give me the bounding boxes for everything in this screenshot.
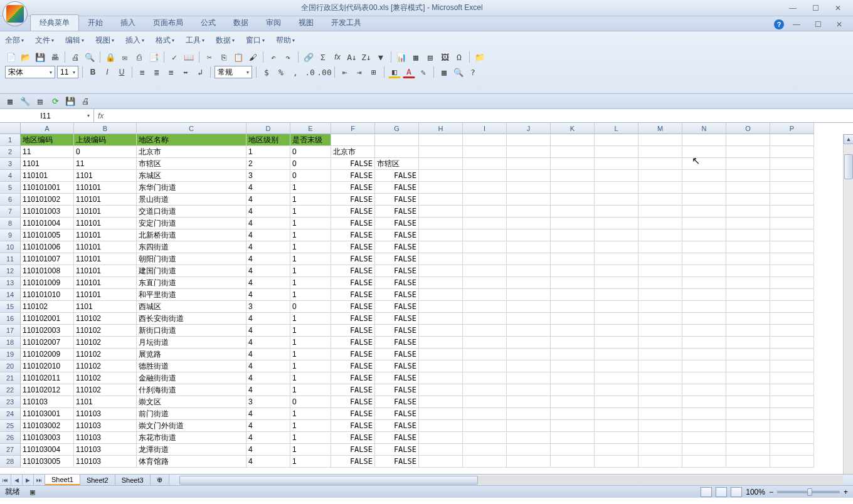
cell[interactable] [463,325,507,337]
cell[interactable]: 110103 [74,456,137,468]
cell[interactable] [726,289,770,301]
help-icon[interactable]: ? [774,19,784,29]
cell[interactable] [638,313,682,325]
cell[interactable] [507,265,551,277]
cell[interactable] [682,396,726,408]
cell[interactable]: 110103 [74,444,137,456]
ribbon-menu-9[interactable]: 帮助▾ [276,35,295,46]
cell[interactable]: FALSE [375,337,419,349]
row-header[interactable]: 10 [0,241,21,253]
cell[interactable] [551,420,595,432]
cell[interactable] [726,277,770,289]
cell[interactable] [507,408,551,420]
font-name-combo[interactable]: 宋体▾ [5,66,55,78]
cell[interactable] [419,170,463,182]
cell[interactable]: FALSE [375,265,419,277]
cell[interactable]: 4 [246,337,290,349]
row-header[interactable]: 17 [0,325,21,337]
align-left-icon[interactable]: ≡ [136,66,149,78]
cell[interactable] [726,229,770,241]
cell[interactable] [419,384,463,396]
cell[interactable] [638,408,682,420]
cell[interactable] [595,241,638,253]
align-center-icon[interactable]: ≣ [151,66,163,78]
cell[interactable] [595,432,638,444]
chart-icon[interactable]: 📊 [395,51,408,63]
cell[interactable] [419,360,463,372]
cell[interactable]: FALSE [331,360,375,372]
cell[interactable]: FALSE [331,301,375,313]
cell[interactable] [463,289,507,301]
conditional-format-icon[interactable]: ▦ [438,66,450,78]
cell[interactable] [770,313,814,325]
cell[interactable] [507,277,551,289]
cell[interactable] [770,360,814,372]
cell[interactable]: FALSE [375,384,419,396]
tab-view[interactable]: 视图 [290,15,322,31]
cell[interactable] [726,158,770,170]
cell[interactable]: 建国门街道 [137,265,246,277]
open-icon[interactable]: 📂 [19,51,32,63]
cell[interactable] [595,194,638,206]
cell[interactable] [419,158,463,170]
cell[interactable] [770,325,814,337]
cell[interactable] [419,301,463,313]
cell[interactable] [507,241,551,253]
cell[interactable]: FALSE [331,372,375,384]
cell[interactable]: FALSE [331,265,375,277]
column-header[interactable]: P [770,123,814,134]
qat-icon-3[interactable]: ▤ [34,95,46,108]
cell[interactable] [770,182,814,194]
cell[interactable]: 4 [246,206,290,218]
cell[interactable] [463,420,507,432]
cell[interactable] [419,444,463,456]
cell[interactable] [551,158,595,170]
cell[interactable]: 什刹海街道 [137,384,246,396]
cell[interactable] [770,289,814,301]
cell[interactable] [595,349,638,360]
cell[interactable]: 110101003 [21,206,74,218]
cell[interactable] [507,146,551,158]
vertical-scrollbar[interactable]: ▲ [843,134,853,474]
cell[interactable]: 4 [246,241,290,253]
cell[interactable]: 110102010 [21,360,74,372]
column-header[interactable]: M [638,123,682,134]
cell[interactable]: 110103003 [21,432,74,444]
table-icon[interactable]: ▤ [424,51,437,63]
filter-icon[interactable]: ▼ [374,51,387,63]
cell[interactable] [682,146,726,158]
cell[interactable]: 110103 [21,396,74,408]
cell[interactable]: 2 [246,158,290,170]
cell[interactable]: FALSE [331,349,375,360]
cell[interactable] [419,313,463,325]
cell[interactable]: FALSE [375,325,419,337]
cell[interactable]: 110101 [74,241,137,253]
cell[interactable] [551,408,595,420]
cell[interactable]: 1 [290,360,331,372]
cell[interactable]: 4 [246,265,290,277]
hscroll-thumb[interactable] [179,476,478,485]
cell[interactable]: 4 [246,218,290,229]
currency-icon[interactable]: $ [260,66,273,78]
cell[interactable] [726,218,770,229]
cell[interactable]: FALSE [375,432,419,444]
function-icon[interactable]: fx [331,51,344,63]
cell[interactable]: 110102007 [21,337,74,349]
cell[interactable] [638,158,682,170]
column-header[interactable]: N [682,123,726,134]
cell[interactable]: 110101005 [21,229,74,241]
fx-icon[interactable]: fx [98,112,103,120]
insert-sheet-button[interactable]: ⊕ [151,475,169,485]
ribbon-menu-7[interactable]: 数据▾ [216,35,235,46]
cell[interactable]: 110101008 [21,265,74,277]
cell[interactable]: FALSE [375,408,419,420]
cell[interactable]: 市辖区 [375,158,419,170]
cell[interactable]: 1101 [74,396,137,408]
row-header[interactable]: 20 [0,360,21,372]
ribbon-menu-8[interactable]: 窗口▾ [246,35,265,46]
cell[interactable] [638,194,682,206]
cell[interactable] [726,194,770,206]
cell[interactable]: 北京市 [331,146,375,158]
cell[interactable]: 新街口街道 [137,325,246,337]
cell[interactable]: FALSE [375,360,419,372]
